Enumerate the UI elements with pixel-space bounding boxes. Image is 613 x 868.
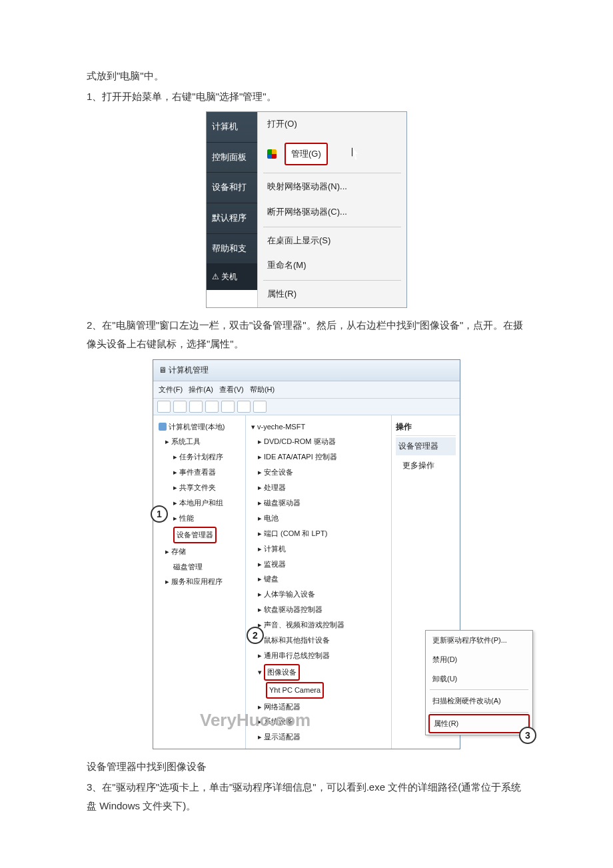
start-item-computer[interactable]: 计算机 — [207, 112, 257, 143]
tree-device-manager[interactable]: 设备管理器 — [156, 526, 243, 544]
dev-usb[interactable]: ▸ 通用串行总线控制器 — [249, 648, 388, 663]
title-text: 计算机管理 — [169, 365, 209, 375]
context-menu-2: 更新驱动程序软件(P)... 禁用(D) 卸载(U) 扫描检测硬件改动(A) 属… — [425, 630, 533, 735]
start-item-help[interactable]: 帮助和支 — [207, 234, 257, 265]
actions-devmgr[interactable]: 设备管理器 — [396, 437, 456, 455]
tree-root[interactable]: 计算机管理(本地) — [156, 419, 243, 435]
dev-cpu[interactable]: ▸ 处理器 — [249, 480, 388, 495]
imaging-highlight: 图像设备 — [264, 664, 300, 681]
marker-1: 1 — [151, 505, 168, 523]
actions-header: 操作 — [396, 419, 456, 437]
para-continued: 式放到"电脑"中。 — [87, 67, 526, 86]
separator — [263, 280, 401, 281]
menu-bar: 文件(F) 操作(A) 查看(V) 帮助(H) — [153, 381, 460, 399]
menu-properties[interactable]: 属性(R) — [258, 282, 406, 307]
para-caption2: 设备管理器中找到图像设备 — [87, 757, 526, 777]
menu-map-drive[interactable]: 映射网络驱动器(N)... — [258, 175, 406, 200]
menu-open[interactable]: 打开(O) — [258, 112, 406, 137]
menu-action[interactable]: 操作(A) — [189, 385, 213, 393]
cursor-icon — [352, 147, 361, 161]
dev-hid[interactable]: ▸ 人体学输入设备 — [249, 587, 388, 602]
start-shutdown[interactable]: ⚠ 关机 — [207, 264, 257, 290]
computer-icon — [159, 423, 167, 431]
dev-camera[interactable]: Yht PC Camera — [249, 681, 388, 699]
toolbar — [153, 399, 460, 415]
separator — [430, 689, 528, 690]
ctx2-scan[interactable]: 扫描检测硬件改动(A) — [426, 691, 532, 711]
tree-system-tools[interactable]: ▸ 系统工具 — [156, 434, 243, 449]
tree-performance[interactable]: ▸ 性能 — [156, 511, 243, 526]
dev-host[interactable]: ▾ v-yeche-MSFT — [249, 419, 388, 435]
menu-show-desktop[interactable]: 在桌面上显示(S) — [258, 229, 406, 254]
left-pane: 计算机管理(本地) ▸ 系统工具 ▸ 任务计划程序 ▸ 事件查看器 ▸ 共享文件… — [153, 415, 246, 749]
figure-2-wrap: 🖥 计算机管理 文件(F) 操作(A) 查看(V) 帮助(H) 计算机管理(本地… — [87, 359, 526, 749]
tree-disk-management[interactable]: 磁盘管理 — [156, 559, 243, 575]
menu-manage: 管理(G) — [285, 143, 328, 166]
menu-disconnect-drive[interactable]: 断开网络驱动器(C)... — [258, 200, 406, 225]
window-title: 🖥 计算机管理 — [153, 360, 460, 381]
ctx2-properties[interactable]: 属性(R) — [428, 714, 530, 733]
tree-event-viewer[interactable]: ▸ 事件查看器 — [156, 465, 243, 480]
dev-monitor[interactable]: ▸ 监视器 — [249, 557, 388, 572]
ctx2-disable[interactable]: 禁用(D) — [426, 650, 532, 669]
ctx2-uninstall[interactable]: 卸载(U) — [426, 669, 532, 689]
separator — [430, 712, 528, 713]
figure-1: 计算机 控制面板 设备和打 默认程序 帮助和支 ⚠ 关机 打开(O) 管理(G)… — [206, 111, 407, 308]
tree-shared-folders[interactable]: ▸ 共享文件夹 — [156, 480, 243, 495]
dev-computer[interactable]: ▸ 计算机 — [249, 541, 388, 557]
dev-keyboard[interactable]: ▸ 键盘 — [249, 571, 388, 587]
separator — [263, 173, 401, 173]
start-item-devices[interactable]: 设备和打 — [207, 173, 257, 203]
dev-ide[interactable]: ▸ IDE ATA/ATAPI 控制器 — [249, 449, 388, 465]
panes: 计算机管理(本地) ▸ 系统工具 ▸ 任务计划程序 ▸ 事件查看器 ▸ 共享文件… — [153, 415, 460, 749]
start-item-control-panel[interactable]: 控制面板 — [207, 143, 257, 173]
toolbar-btn[interactable] — [221, 401, 235, 413]
menu-view[interactable]: 查看(V) — [219, 385, 244, 393]
device-manager-highlight: 设备管理器 — [173, 527, 217, 543]
toolbar-btn[interactable] — [253, 401, 267, 413]
toolbar-btn[interactable] — [205, 401, 219, 413]
separator — [263, 227, 401, 227]
watermark: VeryHuo.com — [200, 704, 310, 737]
para-step3: 3、在"驱动程序"选项卡上，单击"驱动程序详细信息"，可以看到.exe 文件的详… — [87, 778, 526, 816]
para-step2: 2、在"电脑管理"窗口左边一栏，双击"设备管理器"。然后，从右边栏中找到"图像设… — [87, 316, 526, 354]
menu-file[interactable]: 文件(F) — [159, 385, 183, 393]
menu-help[interactable]: 帮助(H) — [250, 385, 275, 393]
context-menu: 打开(O) 管理(G) 映射网络驱动器(N)... 断开网络驱动器(C)... … — [257, 112, 406, 307]
dev-sound[interactable]: ▸ 声音、视频和游戏控制器 — [249, 617, 388, 633]
actions-more[interactable]: 更多操作 — [396, 455, 456, 476]
camera-highlight: Yht PC Camera — [266, 682, 324, 699]
shield-icon — [267, 149, 277, 159]
ctx2-update-driver[interactable]: 更新驱动程序软件(P)... — [426, 631, 532, 650]
dev-security[interactable]: ▸ 安全设备 — [249, 465, 388, 480]
marker-2: 2 — [247, 627, 264, 644]
toolbar-btn[interactable] — [189, 401, 203, 413]
figure-2: 🖥 计算机管理 文件(F) 操作(A) 查看(V) 帮助(H) 计算机管理(本地… — [153, 359, 460, 749]
dev-imaging[interactable]: ▾ 图像设备 — [249, 663, 388, 681]
start-menu-left: 计算机 控制面板 设备和打 默认程序 帮助和支 ⚠ 关机 — [207, 112, 257, 285]
middle-pane: ▾ v-yeche-MSFT ▸ DVD/CD-ROM 驱动器 ▸ IDE AT… — [246, 415, 392, 749]
dev-ports[interactable]: ▸ 端口 (COM 和 LPT) — [249, 526, 388, 541]
menu-rename[interactable]: 重命名(M) — [258, 253, 406, 279]
marker-3: 3 — [519, 727, 536, 744]
dev-disk[interactable]: ▸ 磁盘驱动器 — [249, 495, 388, 511]
tree-task-scheduler[interactable]: ▸ 任务计划程序 — [156, 449, 243, 465]
toolbar-btn[interactable] — [237, 401, 251, 413]
dev-mouse[interactable]: ▸ 鼠标和其他指针设备 — [249, 633, 388, 648]
dev-battery[interactable]: ▸ 电池 — [249, 511, 388, 526]
para-step1: 1、打开开始菜单，右键"电脑"选择"管理"。 — [87, 87, 526, 107]
toolbar-back[interactable] — [157, 401, 171, 413]
dev-floppy[interactable]: ▸ 软盘驱动器控制器 — [249, 602, 388, 617]
menu-manage-row[interactable]: 管理(G) — [258, 137, 406, 172]
tree-storage[interactable]: ▸ 存储 — [156, 544, 243, 559]
toolbar-forward[interactable] — [173, 401, 187, 413]
tree-local-users[interactable]: ▸ 本地用户和组 — [156, 495, 243, 511]
tree-services[interactable]: ▸ 服务和应用程序 — [156, 574, 243, 589]
start-item-default-programs[interactable]: 默认程序 — [207, 203, 257, 234]
dev-dvd[interactable]: ▸ DVD/CD-ROM 驱动器 — [249, 434, 388, 449]
figure-1-wrap: 计算机 控制面板 设备和打 默认程序 帮助和支 ⚠ 关机 打开(O) 管理(G)… — [87, 111, 526, 308]
shutdown-label: 关机 — [221, 272, 237, 281]
